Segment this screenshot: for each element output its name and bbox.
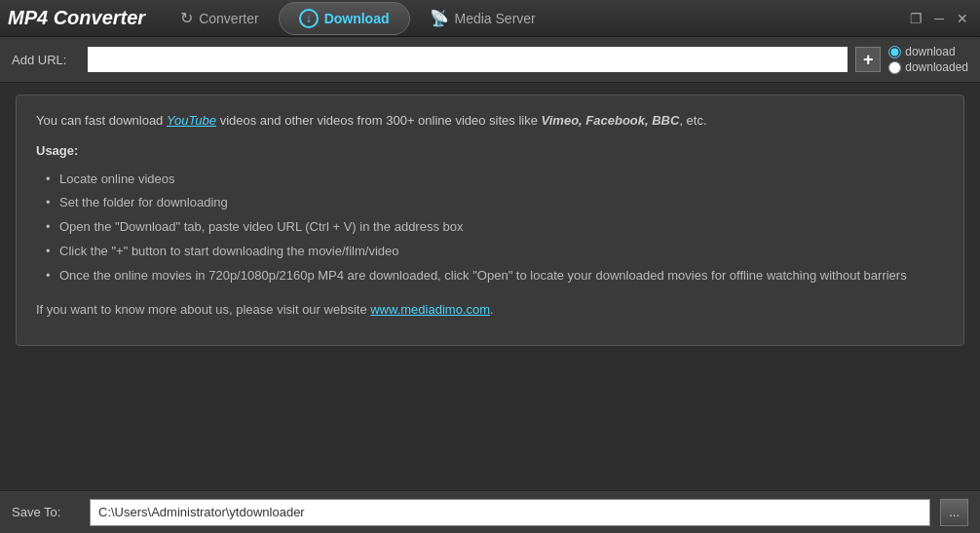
- list-item: Open the "Download" tab, paste video URL…: [46, 217, 944, 238]
- browse-dots: ...: [949, 505, 960, 519]
- usage-list: Locate online videosSet the folder for d…: [36, 170, 944, 286]
- url-bar: Add URL: + download downloaded: [0, 37, 980, 83]
- radio-download-text: download: [905, 45, 955, 58]
- titlebar-controls: ❐ ─ ✕: [906, 9, 972, 28]
- save-label: Save To:: [12, 505, 80, 519]
- browse-button[interactable]: ...: [940, 499, 968, 526]
- radio-download-label[interactable]: download: [888, 45, 968, 58]
- tab-download-label: Download: [324, 11, 390, 26]
- app-title: MP4 Converter: [8, 7, 145, 29]
- website-line: If you want to know more about us, pleas…: [36, 300, 944, 321]
- radio-downloaded-text: downloaded: [905, 60, 968, 74]
- footer: Save To: ...: [0, 490, 980, 533]
- restore-button[interactable]: ❐: [906, 9, 925, 28]
- url-input[interactable]: [88, 47, 848, 72]
- close-button[interactable]: ✕: [953, 9, 972, 28]
- titlebar: MP4 Converter ↻ Converter ↓ Download 📡 M…: [0, 0, 980, 37]
- info-box: You can fast download YouTube videos and…: [16, 95, 964, 346]
- intro-end: , etc.: [679, 113, 706, 128]
- nav-tabs: ↻ Converter ↓ Download 📡 Media Server: [161, 2, 555, 35]
- save-path-input[interactable]: [90, 499, 930, 526]
- list-item: Click the "+" button to start downloadin…: [46, 242, 944, 262]
- tab-converter-label: Converter: [199, 11, 258, 26]
- intro-after-yt: videos and other videos from 300+ online…: [216, 113, 542, 128]
- media-server-icon: 📡: [430, 9, 449, 27]
- intro-paragraph: You can fast download YouTube videos and…: [36, 111, 944, 132]
- tab-download[interactable]: ↓ Download: [279, 2, 410, 35]
- website-text: If you want to know more about us, pleas…: [36, 302, 370, 317]
- tab-converter[interactable]: ↻ Converter: [161, 3, 278, 33]
- website-url[interactable]: www.mediadimo.com: [370, 302, 490, 317]
- list-item: Locate online videos: [46, 170, 944, 190]
- minimize-button[interactable]: ─: [929, 9, 949, 28]
- radio-downloaded-label[interactable]: downloaded: [888, 60, 968, 74]
- converter-icon: ↻: [180, 9, 193, 27]
- tab-media-server-label: Media Server: [455, 11, 536, 26]
- youtube-link[interactable]: YouTube: [167, 113, 216, 128]
- intro-before-yt: You can fast download: [36, 113, 167, 128]
- list-item: Set the folder for downloading: [46, 193, 944, 213]
- tab-media-server[interactable]: 📡 Media Server: [410, 3, 555, 33]
- add-url-button[interactable]: +: [855, 47, 881, 72]
- radio-download[interactable]: [888, 46, 901, 58]
- radio-group: download downloaded: [888, 45, 968, 74]
- website-end: .: [490, 302, 494, 317]
- sites-text: Vimeo, Facebook, BBC: [542, 113, 680, 128]
- list-item: Once the online movies in 720p/1080p/216…: [46, 266, 944, 286]
- usage-title: Usage:: [36, 141, 944, 162]
- titlebar-left: MP4 Converter ↻ Converter ↓ Download 📡 M…: [8, 2, 555, 35]
- download-icon: ↓: [299, 9, 319, 28]
- url-label: Add URL:: [12, 53, 80, 67]
- radio-downloaded[interactable]: [888, 61, 901, 74]
